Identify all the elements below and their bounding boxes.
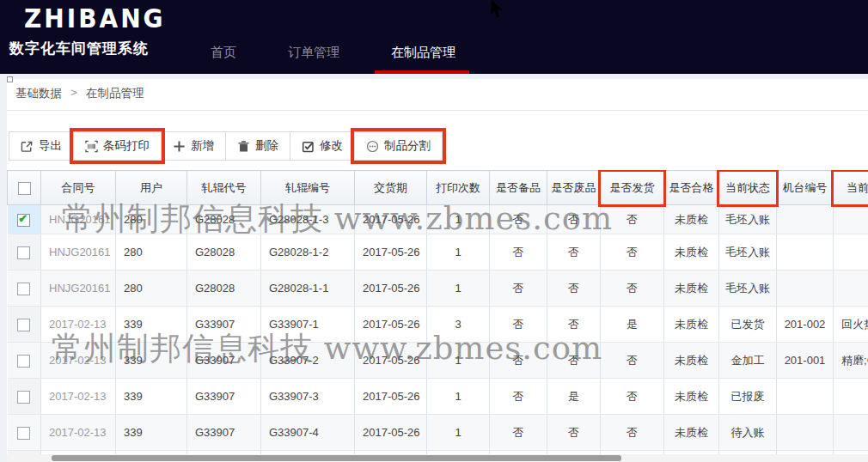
cell-status: 已报废: [719, 379, 777, 415]
modify-button-label: 修改: [320, 138, 343, 154]
row-checkbox[interactable]: [17, 355, 30, 368]
row-select-cell: [8, 234, 41, 271]
column-header-label: 合同号: [62, 181, 95, 194]
column-header-label: 用户: [140, 181, 162, 194]
delete-button[interactable]: 删除: [225, 131, 290, 161]
cell-process: [834, 234, 868, 271]
column-header-label: 是否废品: [552, 181, 596, 194]
table-row[interactable]: 2017-02-13339G33907G33907-22017-05-261否否…: [8, 343, 868, 379]
cell-print_count: 1: [427, 205, 490, 234]
table-row[interactable]: 2017-02-13339G33907G33907-12017-05-263否否…: [8, 307, 868, 343]
cell-is_shipped: 否: [601, 234, 664, 271]
column-header-print_count: 打印次数: [427, 171, 490, 205]
table-row[interactable]: 2017-02-13339G33907G33907-32017-05-261否是…: [8, 379, 868, 415]
cell-process: 回火热处理: [834, 307, 868, 343]
main-nav: 首页订单管理在制品管理: [211, 45, 507, 61]
cell-is_qualified: 未质检: [664, 271, 719, 307]
horizontal-scrollbar[interactable]: [7, 454, 868, 462]
cell-roll_code: G33907: [187, 379, 261, 415]
column-header-contract: 合同号: [41, 171, 116, 205]
cell-contract: 2017-02-13: [41, 307, 116, 343]
cell-process: [834, 415, 868, 451]
brand-logo: ZHIBANG: [24, 4, 166, 34]
export-button-wrap: 导出: [9, 131, 74, 161]
row-checkbox[interactable]: [17, 391, 30, 404]
row-select-cell: [8, 271, 41, 307]
row-checkbox[interactable]: [17, 246, 30, 259]
add-button[interactable]: 新增: [161, 131, 226, 161]
cell-is_shipped: 否: [601, 379, 664, 415]
column-header-is_scrap: 是否废品: [547, 171, 601, 205]
cell-delivery: 2017-05-26: [355, 205, 427, 234]
cell-print_count: 3: [427, 307, 490, 343]
cell-roll_no: G28028-1-1: [261, 271, 355, 307]
cell-roll_no: G33907-3: [261, 379, 355, 415]
cell-delivery: 2017-05-26: [355, 343, 427, 379]
add-button-label: 新增: [191, 138, 214, 154]
column-header-label: 是否备品: [496, 181, 541, 194]
cell-roll_no: G33907-4: [261, 415, 355, 451]
add-button-wrap: 新增: [162, 131, 226, 161]
cell-user: 280: [116, 234, 187, 271]
cell-machine_no: 201-002: [777, 307, 834, 343]
delete-button-label: 删除: [255, 138, 278, 154]
wip-table-wrap: 合同号用户轧辊代号轧辊编号交货期打印次数是否备品是否废品是否发货是否合格当前状态…: [7, 170, 868, 454]
barcode-print-button[interactable]: 条码打印: [73, 131, 162, 161]
column-header-is_spare: 是否备品: [490, 171, 547, 205]
cell-contract: HNJG20161: [41, 234, 116, 271]
select-all-checkbox[interactable]: [18, 182, 31, 195]
table-row[interactable]: 2017-02-13339G33907G33907-42017-05-261否否…: [8, 415, 868, 451]
column-header-process: 当前工序: [834, 171, 868, 205]
column-header-status: 当前状态: [719, 171, 777, 205]
toolbar: 导出条码打印新增删除修改制品分割: [9, 131, 443, 161]
cell-process: [834, 379, 868, 415]
table-row[interactable]: HNJG20161280G28028G28028-1-32017-05-261否…: [8, 205, 868, 234]
cell-status: 毛坯入账: [719, 234, 777, 271]
modify-button[interactable]: 修改: [290, 131, 355, 161]
nav-tab-orders[interactable]: 订单管理: [288, 45, 339, 61]
screen: ZHIBANG 数字化车间管理系统 首页订单管理在制品管理 基础数据 > 在制品…: [0, 0, 868, 462]
cell-status: 已发货: [719, 307, 777, 343]
cell-is_scrap: 否: [547, 343, 601, 379]
column-header-label: 交货期: [374, 181, 407, 194]
table-row[interactable]: HNJG20161280G28028G28028-1-22017-05-261否…: [8, 234, 868, 271]
export-icon: [21, 140, 34, 153]
cell-machine_no: [777, 415, 834, 451]
cell-is_scrap: 是: [547, 379, 601, 415]
column-header-user: 用户: [116, 171, 187, 205]
collapse-toggle[interactable]: [7, 76, 13, 82]
scrollbar-thumb[interactable]: [52, 455, 621, 461]
cell-contract: HNJG20161: [41, 205, 116, 234]
cell-roll_code: G33907: [187, 415, 261, 451]
row-checkbox[interactable]: [17, 283, 30, 295]
cell-contract: 2017-02-13: [41, 343, 116, 379]
cell-delivery: 2017-05-26: [355, 415, 427, 451]
cell-status: 毛坯入账: [719, 205, 777, 234]
nav-tab-home[interactable]: 首页: [211, 45, 236, 61]
cell-roll_no: G33907-2: [261, 343, 355, 379]
select-all-header: [8, 171, 41, 205]
cell-print_count: 1: [427, 415, 490, 451]
cell-is_spare: 否: [490, 205, 547, 234]
row-checkbox[interactable]: [17, 214, 30, 227]
breadcrumb-item-parent[interactable]: 基础数据: [15, 86, 62, 101]
cell-machine_no: [777, 379, 834, 415]
product-split-button[interactable]: 制品分割: [354, 131, 443, 161]
row-checkbox[interactable]: [17, 319, 30, 331]
breadcrumb: 基础数据 > 在制品管理: [15, 86, 144, 101]
cell-is_scrap: 否: [547, 271, 601, 307]
column-header-label: 是否发货: [610, 181, 655, 194]
row-checkbox[interactable]: [17, 427, 30, 440]
cell-delivery: 2017-05-26: [355, 379, 427, 415]
cell-print_count: 1: [427, 234, 490, 271]
cell-delivery: 2017-05-26: [355, 271, 427, 307]
cell-roll_no: G33907-1: [261, 307, 355, 343]
cell-roll_code: G33907: [187, 307, 261, 343]
column-header-label: 当前工序: [847, 181, 868, 194]
cell-is_spare: 否: [490, 234, 547, 271]
export-button[interactable]: 导出: [9, 131, 74, 161]
cell-is_scrap: 否: [547, 415, 601, 451]
nav-tab-wip[interactable]: 在制品管理: [391, 45, 455, 61]
cell-user: 339: [116, 307, 187, 343]
table-row[interactable]: HNJG20161280G28028G28028-1-12017-05-261否…: [8, 271, 868, 307]
